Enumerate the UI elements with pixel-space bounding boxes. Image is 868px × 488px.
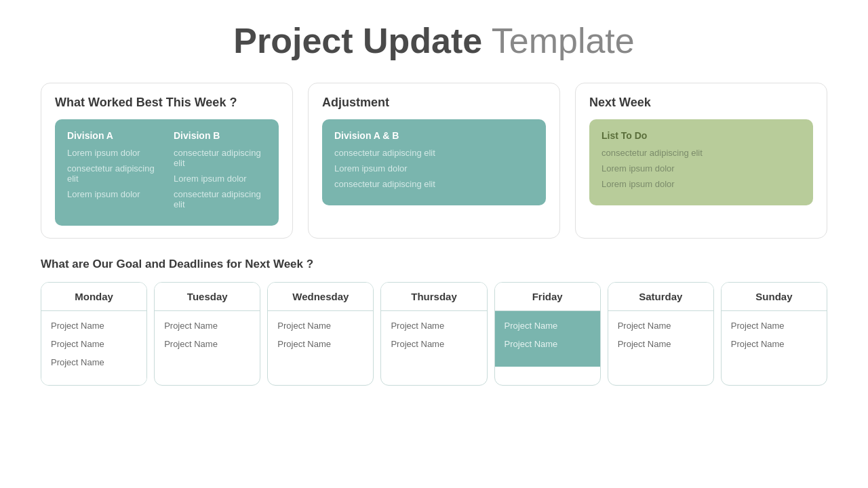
card-nextweek: Next Week List To Do consectetur adipisc… — [575, 83, 827, 239]
day-header-wednesday: Wednesday — [268, 283, 373, 311]
day-col-saturday: SaturdayProject NameProject Name — [608, 282, 714, 386]
col-b: Division B consectetur adipiscing elit L… — [174, 130, 267, 215]
list-item: Project Name — [731, 321, 817, 331]
col-a-item-2: Lorem ipsum dolor — [67, 189, 160, 199]
card-nextweek-inner: List To Do consectetur adipiscing elit L… — [589, 119, 813, 205]
day-header-sunday: Sunday — [722, 283, 827, 311]
day-body-monday: Project NameProject NameProject Name — [41, 311, 146, 385]
week-grid: MondayProject NameProject NameProject Na… — [41, 282, 827, 386]
day-col-monday: MondayProject NameProject NameProject Na… — [41, 282, 147, 386]
list-item: Project Name — [277, 321, 363, 331]
adjustment-header: Division A & B — [334, 130, 534, 141]
card-worked-title: What Worked Best This Week ? — [55, 96, 279, 110]
day-header-saturday: Saturday — [608, 283, 713, 311]
card-worked-inner: Division A Lorem ipsum dolor consectetur… — [55, 119, 279, 226]
day-header-friday: Friday — [495, 283, 600, 311]
card-nextweek-title: Next Week — [589, 96, 813, 110]
list-item: Project Name — [51, 357, 137, 367]
day-body-sunday: Project NameProject Name — [722, 311, 827, 367]
card-adjustment: Adjustment Division A & B consectetur ad… — [308, 83, 560, 239]
nextweek-item-2: Lorem ipsum dolor — [601, 179, 801, 189]
nextweek-item-0: consectetur adipiscing elit — [601, 148, 801, 158]
col-a-item-1: consectetur adipiscing elit — [67, 163, 160, 184]
page: Project Update Template What Worked Best… — [0, 0, 868, 488]
col-a-item-0: Lorem ipsum dolor — [67, 148, 160, 158]
day-col-tuesday: TuesdayProject NameProject Name — [154, 282, 260, 386]
day-col-thursday: ThursdayProject NameProject Name — [380, 282, 487, 386]
col-b-item-1: Lorem ipsum dolor — [174, 174, 267, 184]
day-col-wednesday: WednesdayProject NameProject Name — [267, 282, 374, 386]
nextweek-header: List To Do — [601, 130, 801, 141]
title-bold: Project Update — [233, 21, 482, 60]
list-item: Project Name — [51, 321, 137, 331]
card-worked: What Worked Best This Week ? Division A … — [41, 83, 293, 239]
list-item: Project Name — [164, 321, 250, 331]
day-header-tuesday: Tuesday — [155, 283, 260, 311]
list-item: Project Name — [51, 339, 137, 349]
adjustment-item-1: Lorem ipsum dolor — [334, 163, 534, 174]
nextweek-item-1: Lorem ipsum dolor — [601, 163, 801, 174]
day-body-friday: Project NameProject Name — [495, 311, 600, 367]
list-item: Project Name — [277, 339, 363, 349]
col-b-item-0: consectetur adipiscing elit — [174, 148, 267, 168]
col-b-item-2: consectetur adipiscing elit — [174, 189, 267, 209]
list-item: Project Name — [164, 339, 250, 349]
day-col-friday: FridayProject NameProject Name — [494, 282, 601, 386]
card-worked-cols: Division A Lorem ipsum dolor consectetur… — [67, 130, 267, 215]
list-item: Project Name — [505, 339, 591, 349]
list-item: Project Name — [391, 321, 477, 331]
col-b-header: Division B — [174, 130, 267, 141]
day-col-sunday: SundayProject NameProject Name — [721, 282, 827, 386]
col-a-header: Division A — [67, 130, 160, 141]
adjustment-item-2: consectetur adipiscing elit — [334, 179, 534, 189]
day-body-wednesday: Project NameProject Name — [268, 311, 373, 367]
list-item: Project Name — [618, 339, 704, 349]
goals-title: What are Our Goal and Deadlines for Next… — [41, 258, 827, 271]
top-cards: What Worked Best This Week ? Division A … — [41, 83, 827, 239]
day-body-tuesday: Project NameProject Name — [155, 311, 260, 367]
day-header-monday: Monday — [41, 283, 146, 311]
list-item: Project Name — [391, 339, 477, 349]
card-adjustment-inner: Division A & B consectetur adipiscing el… — [322, 119, 546, 205]
list-item: Project Name — [618, 321, 704, 331]
adjustment-item-0: consectetur adipiscing elit — [334, 148, 534, 158]
list-item: Project Name — [731, 339, 817, 349]
title-section: Project Update Template — [41, 20, 827, 61]
card-adjustment-title: Adjustment — [322, 96, 546, 110]
col-a: Division A Lorem ipsum dolor consectetur… — [67, 130, 160, 215]
day-header-thursday: Thursday — [381, 283, 486, 311]
day-body-saturday: Project NameProject Name — [608, 311, 713, 367]
list-item: Project Name — [505, 321, 591, 331]
day-body-thursday: Project NameProject Name — [381, 311, 486, 367]
title-light: Template — [482, 21, 635, 60]
